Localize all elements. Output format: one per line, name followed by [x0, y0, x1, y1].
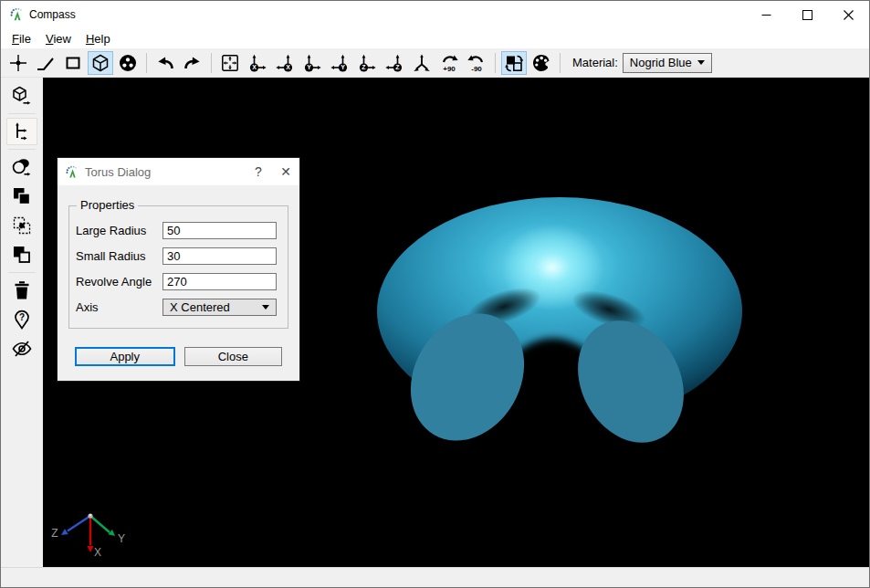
- axis-select[interactable]: X Centered: [162, 299, 277, 316]
- properties-group-label: Properties: [77, 198, 138, 212]
- dialog-close-button[interactable]: ✕: [272, 158, 299, 185]
- compass-app-icon: [9, 7, 24, 22]
- y-axis-label: Y: [118, 532, 125, 545]
- pin-question-icon: ?: [11, 309, 33, 331]
- sidebar-separator: [8, 149, 36, 150]
- left-toolbar: ?: [1, 78, 43, 567]
- chevron-down-icon: [262, 305, 269, 310]
- sphere-icon: [118, 53, 138, 73]
- locate-help-button[interactable]: ?: [6, 306, 37, 333]
- material-select[interactable]: Nogrid Blue: [623, 53, 712, 73]
- polyline-icon: [36, 53, 56, 73]
- solid-cylinder-button[interactable]: [6, 153, 37, 181]
- toolbar-separator: [495, 53, 496, 73]
- maximize-icon: [802, 10, 812, 20]
- sphere-tool-button[interactable]: [115, 51, 141, 75]
- axes-3d-icon: [412, 53, 432, 73]
- move-z-minus-button[interactable]: Z: [382, 51, 407, 75]
- large-radius-input[interactable]: [162, 222, 277, 239]
- status-bar: [1, 567, 869, 587]
- workspace: ?: [1, 78, 869, 567]
- menu-help[interactable]: Help: [79, 30, 118, 47]
- move-y-plus-button[interactable]: Y: [299, 51, 325, 75]
- z-axis-label: Z: [51, 527, 58, 540]
- close-button[interactable]: Close: [184, 347, 283, 366]
- axes-3d-button[interactable]: [409, 51, 435, 75]
- move-y-plus-icon: Y: [302, 53, 322, 73]
- palette-icon: [531, 53, 551, 73]
- maximize-button[interactable]: [787, 1, 828, 28]
- window-controls: [746, 1, 869, 28]
- title-bar[interactable]: Compass: [1, 1, 869, 28]
- torus-dialog-titlebar[interactable]: Torus Dialog ? ✕: [58, 158, 299, 185]
- dialog-body: Properties Large Radius Small Radius Rev…: [58, 185, 299, 381]
- boolean-subtract-button[interactable]: [6, 241, 37, 268]
- menu-view[interactable]: View: [38, 30, 79, 47]
- axis-tool-icon: [11, 121, 33, 142]
- dialog-help-button[interactable]: ?: [245, 158, 272, 185]
- boolean-union-icon: [11, 185, 33, 207]
- move-z-minus-icon: Z: [384, 53, 404, 73]
- toolbar-separator: [211, 53, 212, 73]
- revolve-angle-label: Revolve Angle: [76, 275, 162, 289]
- boolean-intersect-button[interactable]: [6, 212, 37, 239]
- fit-view-button[interactable]: [217, 51, 243, 75]
- compass-icon: [65, 165, 79, 179]
- hide-button[interactable]: [6, 335, 37, 362]
- sidebar-separator: [8, 113, 36, 114]
- swap-orientation-button[interactable]: [501, 51, 527, 75]
- svg-text:Z: Z: [362, 64, 366, 70]
- box-tool-button[interactable]: [88, 51, 113, 75]
- redo-button[interactable]: [180, 51, 205, 75]
- properties-group: Properties Large Radius Small Radius Rev…: [68, 205, 288, 329]
- dialog-title: Torus Dialog: [85, 165, 151, 179]
- swap-orientation-icon: [504, 53, 524, 73]
- sidebar-separator: [8, 272, 36, 273]
- dialog-buttons: Apply Close: [68, 347, 288, 366]
- rotate-plus-90-button[interactable]: +90: [436, 51, 462, 75]
- apply-button[interactable]: Apply: [75, 347, 175, 366]
- material-value: Nogrid Blue: [630, 56, 692, 69]
- boolean-union-button[interactable]: [6, 183, 37, 210]
- svg-text:?: ?: [19, 312, 25, 322]
- app-window: Compass File View Help: [0, 0, 870, 588]
- revolve-angle-input[interactable]: [162, 273, 277, 290]
- cube-icon: [90, 53, 110, 73]
- delete-button[interactable]: [6, 277, 37, 304]
- solid-box-icon: [11, 85, 33, 107]
- svg-text:Y: Y: [307, 64, 311, 70]
- large-radius-row: Large Radius: [76, 222, 277, 239]
- revolve-angle-row: Revolve Angle: [76, 273, 277, 290]
- move-x-minus-button[interactable]: X: [272, 51, 298, 75]
- toolbar-separator: [560, 53, 561, 73]
- svg-text:Y: Y: [341, 64, 345, 70]
- move-z-plus-button[interactable]: Z: [354, 51, 380, 75]
- main-toolbar: X X Y Y: [1, 48, 869, 78]
- material-palette-button[interactable]: [529, 51, 554, 75]
- toolbar-separator: [146, 53, 147, 73]
- point-tool-button[interactable]: [5, 51, 31, 75]
- undo-button[interactable]: [152, 51, 178, 75]
- solid-box-button[interactable]: [6, 82, 37, 110]
- window-title: Compass: [29, 8, 76, 21]
- svg-text:Z: Z: [395, 64, 400, 70]
- svg-text:+90: +90: [443, 65, 456, 73]
- trash-icon: [11, 279, 33, 301]
- small-radius-input[interactable]: [162, 247, 277, 265]
- axis-row: Axis X Centered: [76, 299, 277, 316]
- move-y-minus-button[interactable]: Y: [327, 51, 352, 75]
- move-x-plus-button[interactable]: X: [245, 51, 270, 75]
- move-z-plus-icon: Z: [357, 53, 377, 73]
- close-window-button[interactable]: [828, 1, 869, 28]
- axis-select-value: X Centered: [170, 300, 230, 314]
- menu-file[interactable]: File: [5, 30, 38, 47]
- polyline-tool-button[interactable]: [33, 51, 58, 75]
- move-x-plus-icon: X: [247, 53, 267, 73]
- solid-cylinder-icon: [11, 156, 33, 178]
- undo-icon: [155, 53, 175, 73]
- rotate-minus-90-button[interactable]: -90: [464, 51, 489, 75]
- axis-tool-button[interactable]: [6, 118, 37, 145]
- rectangle-tool-button[interactable]: [60, 51, 86, 75]
- large-radius-label: Large Radius: [76, 224, 162, 237]
- minimize-button[interactable]: [746, 1, 787, 28]
